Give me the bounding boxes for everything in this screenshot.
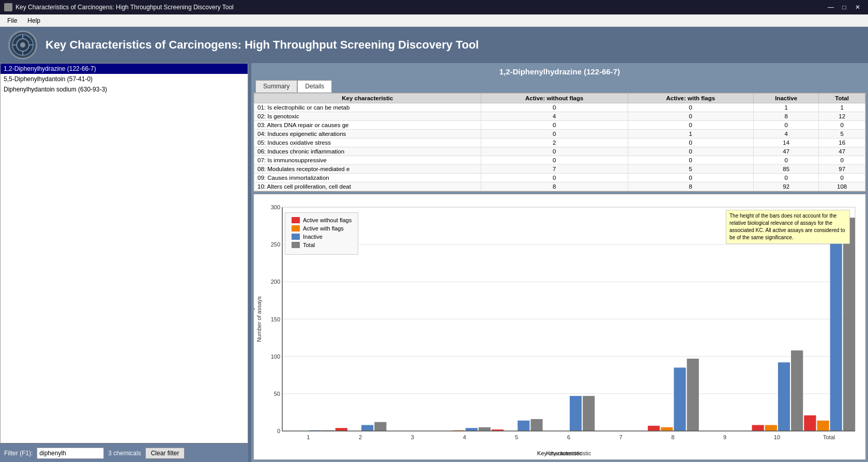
table-cell: 5 [628, 165, 753, 174]
menu-file[interactable]: File [2, 16, 22, 25]
table-cell: 05: Induces oxidative stress [254, 138, 481, 147]
app-logo [8, 30, 37, 59]
table-container: Key characteristicActive: without flagsA… [253, 93, 866, 192]
table-row[interactable]: 01: Is electrophilic or can be metab0011 [254, 103, 865, 112]
table-cell: 14 [754, 138, 819, 147]
table-cell: 02: Is genotoxic [254, 112, 481, 121]
svg-text:50: 50 [274, 391, 280, 397]
svg-point-2 [20, 42, 25, 48]
app-header: Key Characteristics of Carcinogens: High… [0, 27, 868, 63]
filter-bar: Filter (F1): 3 chemicals Clear filter [0, 443, 248, 462]
svg-rect-53 [804, 415, 816, 431]
table-row[interactable]: 07: Is immunosuppressive0000 [254, 156, 865, 165]
close-button[interactable]: ✕ [851, 2, 864, 12]
title-bar: Key Characteristics of Carcinogens: High… [0, 0, 868, 14]
chemical-list[interactable]: 1,2-Diphenylhydrazine (122-66-7)5,5-Diph… [1, 64, 248, 443]
table-cell: 0 [481, 174, 628, 182]
legend-item: Inactive [292, 234, 352, 240]
svg-text:5: 5 [515, 434, 518, 440]
table-cell: 0 [481, 130, 628, 138]
table-cell: 0 [481, 156, 628, 165]
main-content: 1,2-Diphenylhydrazine (122-66-7)5,5-Diph… [0, 63, 868, 462]
legend-color [292, 217, 300, 223]
tab-details[interactable]: Details [297, 80, 332, 93]
table-cell: 12 [819, 112, 865, 121]
table-cell: 0 [628, 121, 753, 130]
table-row[interactable]: 10: Alters cell proliferation, cell deat… [254, 182, 865, 191]
chemical-list-container[interactable]: 1,2-Diphenylhydrazine (122-66-7)5,5-Diph… [0, 63, 248, 443]
maximize-button[interactable]: □ [838, 2, 850, 12]
svg-rect-44 [674, 367, 686, 431]
svg-text:9: 9 [723, 434, 726, 440]
table-header: Key characteristic [254, 94, 481, 103]
svg-text:250: 250 [271, 241, 280, 248]
table-cell: 2 [481, 138, 628, 147]
filter-input[interactable] [37, 448, 104, 459]
app-icon [4, 3, 12, 11]
tab-summary[interactable]: Summary [255, 80, 297, 93]
legend-color [292, 242, 300, 248]
svg-rect-49 [765, 425, 777, 431]
table-header: Inactive [754, 94, 819, 103]
menu-help[interactable]: Help [22, 16, 45, 25]
table-cell: 04: Induces epigenetic alterations [254, 130, 481, 138]
table-row[interactable]: 04: Induces epigenetic alterations0145 [254, 130, 865, 138]
svg-rect-48 [752, 425, 764, 431]
svg-text:3: 3 [411, 434, 414, 440]
table-row[interactable]: 03: Alters DNA repair or causes ge0000 [254, 121, 865, 130]
chemical-list-item[interactable]: Diphenylhydantoin sodium (630-93-3) [1, 84, 248, 95]
table-row[interactable]: 08: Modulates receptor-mediated e758597 [254, 165, 865, 174]
table-cell: 1 [819, 103, 865, 112]
table-cell: 1 [628, 130, 753, 138]
table-cell: 0 [628, 138, 753, 147]
table-cell: 0 [481, 147, 628, 156]
table-cell: 5 [819, 130, 865, 138]
legend-color [292, 234, 300, 240]
legend-label: Active without flags [303, 217, 352, 223]
svg-text:Number of assays: Number of assays [256, 296, 262, 342]
table-cell: 0 [481, 103, 628, 112]
chemical-list-item[interactable]: 5,5-Diphenylhydantoin (57-41-0) [1, 74, 248, 84]
left-panel: 1,2-Diphenylhydrazine (122-66-7)5,5-Diph… [0, 63, 248, 462]
svg-rect-26 [361, 425, 373, 431]
table-cell: 06: Induces chronic inflammation [254, 147, 481, 156]
table-cell: 0 [819, 174, 865, 182]
svg-text:6: 6 [567, 434, 570, 440]
table-header: Active: without flags [481, 94, 628, 103]
clear-filter-button[interactable]: Clear filter [145, 448, 185, 459]
table-row[interactable]: 09: Causes immortalization0000 [254, 174, 865, 182]
table-row[interactable]: 02: Is genotoxic40812 [254, 112, 865, 121]
svg-rect-38 [570, 396, 582, 431]
svg-rect-42 [648, 426, 660, 431]
svg-text:200: 200 [271, 279, 280, 285]
table-row[interactable]: 06: Induces chronic inflammation004747 [254, 147, 865, 156]
filter-count: 3 chemicals [108, 450, 141, 457]
window-title: Key Characteristics of Carcinogens: High… [16, 4, 234, 11]
svg-text:10: 10 [774, 434, 780, 440]
legend-item: Total [292, 242, 352, 248]
svg-rect-45 [687, 359, 699, 431]
svg-rect-31 [466, 428, 478, 431]
table-cell: 4 [481, 112, 628, 121]
table-cell: 0 [754, 174, 819, 182]
svg-rect-43 [661, 427, 673, 431]
svg-rect-25 [336, 428, 347, 431]
table-cell: 0 [628, 112, 753, 121]
table-cell: 0 [754, 121, 819, 130]
svg-text:100: 100 [271, 353, 280, 360]
menu-bar: File Help [0, 14, 868, 27]
svg-rect-55 [830, 244, 842, 431]
table-header: Total [819, 94, 865, 103]
chemical-list-item[interactable]: 1,2-Diphenylhydrazine (122-66-7) [1, 64, 248, 74]
table-row[interactable]: 05: Induces oxidative stress201416 [254, 138, 865, 147]
table-cell: 0 [628, 147, 753, 156]
table-cell: 07: Is immunosuppressive [254, 156, 481, 165]
svg-text:300: 300 [271, 204, 280, 210]
svg-text:8: 8 [671, 434, 674, 440]
chart-legend: Active without flagsActive with flagsIna… [285, 212, 358, 255]
table-cell: 08: Modulates receptor-mediated e [254, 165, 481, 174]
table-cell: 8 [628, 182, 753, 191]
table-cell: 85 [754, 165, 819, 174]
minimize-button[interactable]: — [825, 2, 837, 12]
chart-note: The height of the bars does not account … [726, 210, 850, 244]
